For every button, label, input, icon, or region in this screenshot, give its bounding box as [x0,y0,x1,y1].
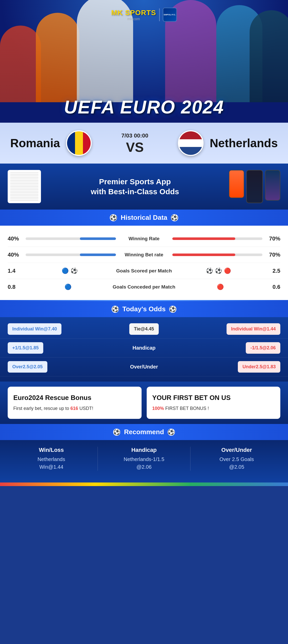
netherlands-white-stripe [179,139,202,147]
brand-mk: MK [111,9,123,17]
soccer-ball-icon-left [110,214,117,221]
rescue-bonus-card: Euro2024 Rescue Bonus First early bet, r… [8,387,142,419]
home-flag [66,130,92,156]
odds-home-win[interactable]: Individual Win@7.40 [8,323,97,335]
recommend-overunder: Over/Under Over 2.5 Goals@2.05 [190,447,283,471]
promo-section: Premier Sports Appwith Best-in-Class Odd… [0,164,288,210]
handicap-label-text: Handicap [132,345,155,351]
goals-conceded-right-val: 0.6 [265,284,280,290]
under-btn[interactable]: Under2.5@1.83 [238,361,280,373]
winning-bet-bar-left [26,254,116,256]
soccer-ball-odds-right [169,306,176,313]
phone-mock-1 [229,170,244,198]
brand-domain: mk.com [111,17,156,21]
ball-icon-2: ⚽ [71,268,78,274]
recommend-handicap: Handicap Netherlands-1/1.5@2.06 [98,447,190,471]
goals-conceded-label: Goals Conceded per Match [113,284,175,290]
odds-handicap-label: Handicap [99,345,188,351]
soccer-ball-rec-left [113,429,120,436]
odds-row-overunder: Over2.5@2.05 Over/Under Under2.5@1.83 [0,358,288,376]
odds-over[interactable]: Over2.5@2.05 [8,361,97,373]
home-win-btn[interactable]: Individual Win@7.40 [8,323,61,335]
winning-rate-bar-right [172,237,263,240]
netherlands-red-stripe [179,131,202,139]
tie-btn[interactable]: Tie@4.45 [129,323,158,335]
winning-bet-label: Winning Bet rate [119,252,170,258]
rec-handicap-label: Handicap [100,447,188,453]
match-vs: VS [126,141,144,154]
goals-scored-right-val: 2.5 [265,268,280,274]
qr-code[interactable] [8,170,41,203]
winning-rate-left-val: 40% [8,235,23,242]
soccer-ball-rec-right [168,429,175,436]
odds-handicap-away[interactable]: -1/1.5@2.06 [191,342,280,354]
first-bet-title: YOUR FIRST BET ON US [152,394,275,402]
historical-header: Historical Data [0,210,288,226]
handicap-away-btn[interactable]: -1/1.5@2.06 [246,342,280,354]
stat-row-goals-scored: 1.4 🔵 ⚽ Goals Scored per Match ⚽ ⚽ 🔴 2.5 [8,263,280,279]
odds-row-winloss: Individual Win@7.40 Tie@4.45 Individual … [0,320,288,339]
rec-overunder-label: Over/Under [193,447,280,453]
winning-bet-bar-right [172,254,263,256]
away-team-name: Netherlands [210,136,278,150]
odds-section: Individual Win@7.40 Tie@4.45 Individual … [0,317,288,382]
ball-icon-1: 🔵 [62,268,69,274]
soccer-ball-odds-left [112,306,119,313]
match-section: Romania 7/03 00:00 VS Netherlands [0,123,288,164]
away-team-row: Netherlands [178,130,278,156]
match-center: 7/03 00:00 VS [121,132,148,154]
odds-tie-label[interactable]: Tie@4.45 [99,323,188,335]
player-1 [0,26,41,102]
winning-rate-bar-left [26,237,116,240]
netherlands-flag-stripes [179,131,202,155]
bottom-bar [0,482,288,486]
handicap-home-btn[interactable]: +1/1.5@1.85 [8,342,43,354]
odds-header: Today's Odds [0,301,288,317]
odds-overunder-label: Over/Under [99,364,188,370]
first-bet-text: 100% FIRST BET BONUS ! [152,405,275,412]
odds-handicap-home[interactable]: +1/1.5@1.85 [8,342,97,354]
recommend-section: Win/Loss NetherlandsWin@1.44 Handicap Ne… [0,440,288,482]
odds-away-win[interactable]: Individual Win@1.44 [191,323,280,335]
winning-bet-right-val: 70% [265,251,280,258]
odds-under[interactable]: Under2.5@1.83 [191,361,280,373]
player-2 [36,13,79,102]
away-win-btn[interactable]: Individual Win@1.44 [227,323,280,335]
qr-inner [10,172,38,201]
stat-row-winning-rate: 40% Winning Rate 70% [8,231,280,247]
ball-icon-3: ⚽ [206,268,213,274]
goals-scored-icons-right: ⚽ ⚽ 🔴 [174,268,262,274]
match-datetime: 7/03 00:00 [121,132,148,139]
historical-title: Historical Data [121,214,167,222]
promo-phones [229,170,280,203]
brand-sports: SPORTS [125,9,156,17]
player-6 [250,10,288,102]
winning-bet-left-val: 40% [8,251,23,258]
recommend-title: Recommend [124,428,164,436]
romania-blue-stripe [67,131,75,155]
goals-conceded-icons-right: 🔴 [178,284,262,290]
home-team-name: Romania [10,136,60,150]
ball-icon-7: 🔴 [217,284,224,290]
soccer-ball-icon-right [171,214,178,221]
home-team-row: Romania [10,130,92,156]
goals-scored-left-val: 1.4 [8,268,23,274]
ball-icon-4: ⚽ [215,268,222,274]
ball-icon-6: 🔵 [65,284,71,290]
first-bet-pct: 100% [152,406,164,411]
first-bet-card: YOUR FIRST BET ON US 100% FIRST BET BONU… [147,387,281,419]
recommend-grid: Win/Loss NetherlandsWin@1.44 Handicap Ne… [0,443,288,475]
rescue-amount: 616 [70,406,78,411]
winning-bet-bar-fill-right [172,254,236,256]
winning-rate-bar-fill-left [80,237,116,240]
over-btn[interactable]: Over2.5@2.05 [8,361,47,373]
goals-conceded-left-val: 0.8 [8,284,23,290]
recommend-header: Recommend [0,424,288,440]
hero-title: UEFA EURO 2024 [64,97,224,118]
logo-divider [159,8,160,21]
away-flag [178,130,204,156]
rec-winloss-label: Win/Loss [8,447,95,453]
romania-flag-stripes [67,131,91,155]
empoli-badge: EMPOLI F.C. [163,8,177,22]
hero-section: MK SPORTS mk.com EMPOLI F.C. UEFA EURO 2… [0,0,288,123]
